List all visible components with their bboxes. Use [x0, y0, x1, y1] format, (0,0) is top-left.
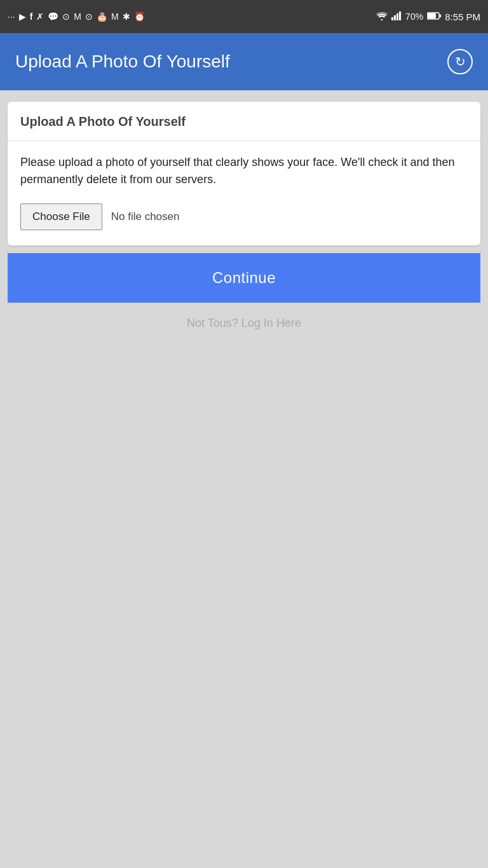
app-header-title: Upload A Photo Of Yourself — [15, 52, 230, 72]
chrome-icon: ⊙ — [62, 11, 70, 22]
emoji-icon: 🎂 — [97, 11, 107, 22]
choose-file-button[interactable]: Choose File — [20, 203, 102, 230]
status-bar: ··· ▶ f ✗ 💬 ⊙ M ⊙ 🎂 M ✱ ⏰ — [0, 0, 488, 33]
card-header: Upload A Photo Of Yourself — [8, 102, 480, 141]
upload-card: Upload A Photo Of Yourself Please upload… — [8, 102, 480, 245]
youtube-icon: ▶ — [19, 11, 26, 22]
svg-rect-6 — [440, 15, 441, 18]
card-body: Please upload a photo of yourself that c… — [8, 141, 480, 245]
gmail2-icon: M — [111, 11, 119, 22]
file-input-area: Choose File No file chosen — [20, 203, 468, 230]
facebook-icon: f — [30, 11, 33, 22]
missed-call-icon: ✗ — [36, 11, 44, 22]
status-time: 8:55 PM — [445, 11, 480, 22]
main-content: Upload A Photo Of Yourself Please upload… — [0, 90, 488, 330]
chrome2-icon: ⊙ — [85, 11, 93, 22]
svg-rect-2 — [396, 13, 398, 20]
wifi-icon — [376, 11, 388, 22]
continue-button[interactable]: Continue — [8, 253, 480, 303]
refresh-icon: ↻ — [455, 54, 466, 69]
battery-icon — [427, 11, 441, 22]
battery-percent: 70% — [405, 11, 423, 22]
gmail-icon: M — [74, 11, 81, 22]
svg-rect-3 — [399, 11, 401, 20]
more-icon: ··· — [8, 11, 15, 22]
message-icon: 💬 — [48, 11, 58, 22]
signal-icon — [391, 11, 402, 22]
alarm-icon: ⏰ — [134, 11, 145, 22]
status-bar-left: ··· ▶ f ✗ 💬 ⊙ M ⊙ 🎂 M ✱ ⏰ — [8, 11, 145, 22]
app-header: Upload A Photo Of Yourself ↻ — [0, 33, 488, 90]
card-description: Please upload a photo of yourself that c… — [20, 154, 468, 188]
status-bar-right: 70% 8:55 PM — [376, 11, 480, 22]
no-file-label: No file chosen — [111, 210, 180, 223]
bluetooth-icon: ✱ — [123, 11, 130, 22]
not-tous-link[interactable]: Not Tous? Log In Here — [8, 317, 480, 330]
card-heading: Upload A Photo Of Yourself — [20, 114, 468, 129]
svg-rect-0 — [391, 17, 393, 20]
refresh-button[interactable]: ↻ — [447, 49, 473, 74]
svg-rect-1 — [394, 15, 396, 20]
svg-rect-5 — [428, 13, 436, 18]
page-wrapper: ··· ▶ f ✗ 💬 ⊙ M ⊙ 🎂 M ✱ ⏰ — [0, 0, 488, 330]
